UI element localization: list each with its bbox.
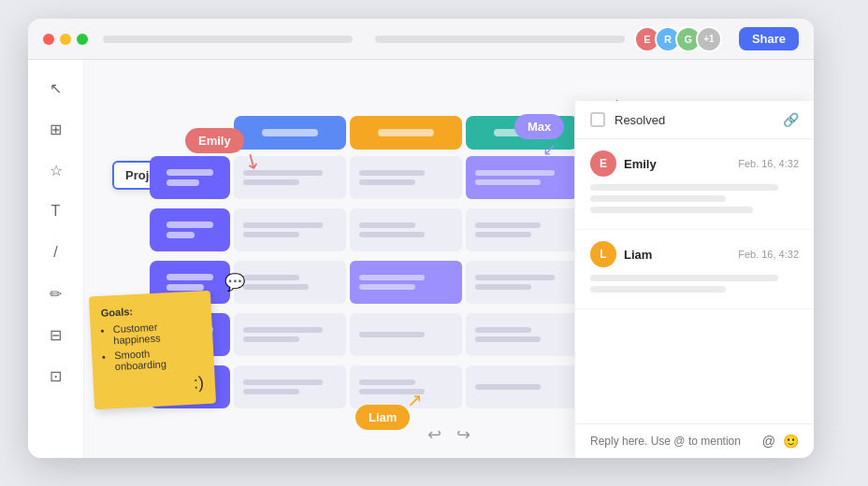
window-controls — [43, 34, 88, 45]
sticky-smile: :) — [105, 373, 205, 398]
canvas-controls: ↩ ↪ — [424, 421, 474, 449]
sticky-note-list: Customer happiness Smooth onboarding — [101, 319, 203, 372]
col-header-bar-2 — [378, 129, 434, 136]
grid-cell-highlighted — [350, 261, 462, 304]
sticky-note: Goals: Customer happiness Smooth onboard… — [89, 291, 216, 410]
list-item: Smooth onboarding — [114, 345, 203, 372]
minimize-button[interactable] — [60, 34, 71, 45]
grid-cell — [350, 313, 462, 356]
sidebar-toolbar: ↖ ⊞ ☆ T / ✏ ⊟ ⊡ — [28, 60, 84, 458]
share-button[interactable]: Share — [739, 27, 799, 50]
frame-tool[interactable]: ⊡ — [43, 363, 69, 389]
resolved-label: Resolved — [615, 113, 665, 127]
col-header-bar-1 — [262, 129, 318, 136]
column-header-2 — [350, 116, 462, 150]
reply-input[interactable] — [590, 435, 753, 448]
column-header-1 — [234, 116, 346, 150]
comment-avatar-liam: L — [590, 241, 616, 267]
liam-arrow: ↗ — [407, 389, 423, 411]
reply-icons: @ 🙂 — [762, 434, 799, 449]
link-icon[interactable]: 🔗 — [783, 112, 799, 127]
pen-tool[interactable]: ✏ — [43, 280, 69, 307]
comment-reply-area[interactable]: @ 🙂 — [575, 423, 814, 458]
collaborators: E R G +1 — [640, 26, 722, 52]
max-label: Max — [514, 114, 564, 139]
comment-bar — [590, 286, 726, 293]
comment-bar — [590, 275, 778, 281]
max-arrow: ↙ — [542, 139, 557, 160]
titlebar: E R G +1 Share — [28, 19, 814, 60]
shapes-tool[interactable]: ⊞ — [43, 116, 69, 142]
grid-cell — [350, 365, 462, 408]
emily-label: Emily — [185, 128, 244, 153]
comment-meta: L Liam Feb. 16, 4:32 — [590, 241, 799, 267]
comment-date-liam: Feb. 16, 4:32 — [738, 249, 799, 260]
emoji-icon[interactable]: 🙂 — [783, 434, 799, 449]
comment-item: L Liam Feb. 16, 4:32 — [575, 230, 814, 309]
comment-meta: E Emily Feb. 16, 4:32 — [590, 150, 799, 177]
title-bar-spacer2 — [375, 36, 625, 43]
star-tool[interactable]: ☆ — [43, 157, 69, 183]
grid-cell — [234, 261, 346, 304]
line-tool[interactable]: / — [43, 239, 69, 265]
liam-label: Liam — [355, 405, 410, 430]
comment-list: E Emily Feb. 16, 4:32 L Liam Feb. 16, 4:… — [575, 139, 814, 423]
text-tool[interactable]: T — [43, 198, 69, 224]
comment-bar — [590, 195, 726, 202]
redo-button[interactable]: ↪ — [453, 421, 474, 449]
comment-bar — [590, 207, 753, 213]
row-comment-icon[interactable]: 💬 — [224, 272, 245, 293]
select-tool[interactable]: ↖ — [43, 75, 69, 101]
comment-date-emily: Feb. 16, 4:32 — [738, 158, 799, 169]
sticky-note-title: Goals: — [101, 302, 200, 319]
list-item: Customer happiness — [112, 319, 201, 346]
close-button[interactable] — [43, 34, 54, 45]
title-bar-spacer — [103, 36, 353, 43]
row-label-2 — [150, 208, 230, 251]
main-window: E R G +1 Share 🖥 💬 📹 ! BETA ⚙ ↖ ⊞ ☆ T / … — [28, 19, 814, 458]
grid-cell — [466, 313, 578, 356]
comment-item: E Emily Feb. 16, 4:32 — [575, 139, 814, 230]
maximize-button[interactable] — [77, 34, 88, 45]
comment-panel: Resolved 🔗 E Emily Feb. 16, 4:32 — [574, 101, 814, 458]
grid-cell — [466, 365, 578, 408]
avatar-more[interactable]: +1 — [696, 26, 722, 52]
grid-cell-highlighted — [466, 156, 578, 199]
grid-cell — [466, 261, 578, 304]
undo-button[interactable]: ↩ — [424, 421, 445, 449]
row-label-1 — [150, 156, 230, 199]
grid-cell — [350, 208, 462, 251]
grid-cell — [234, 313, 346, 356]
comment-author-liam: Liam — [624, 248, 652, 262]
grid-cell — [234, 365, 346, 408]
grid-cell — [466, 208, 578, 251]
table-tool[interactable]: ⊟ — [43, 322, 69, 348]
grid-cell — [350, 156, 462, 199]
at-icon[interactable]: @ — [762, 434, 775, 449]
content-area: ↖ ⊞ ☆ T / ✏ ⊟ ⊡ Project Emily Max ↘ ↙ 💬 — [28, 60, 814, 458]
resolved-checkbox[interactable] — [590, 112, 605, 127]
grid-cell — [234, 208, 346, 251]
comment-bar — [590, 184, 778, 191]
comment-panel-header: Resolved 🔗 — [575, 101, 814, 139]
comment-author-emily: Emily — [624, 157, 657, 171]
comment-avatar-emily: E — [590, 150, 616, 177]
